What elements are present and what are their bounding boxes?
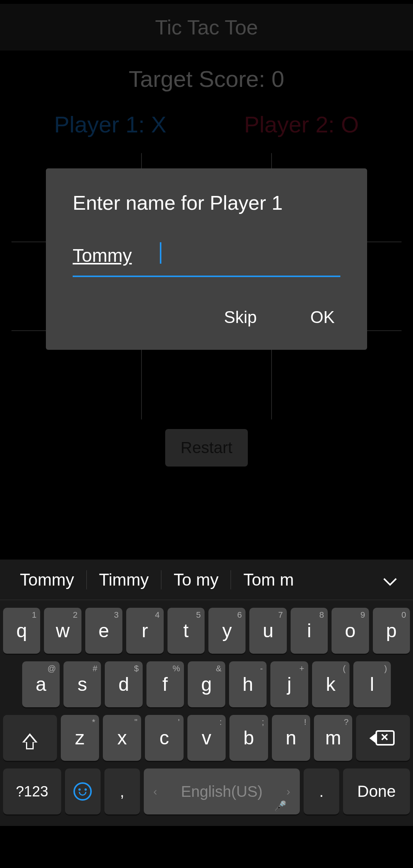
name-dialog: Enter name for Player 1 Skip OK <box>46 168 367 350</box>
key-t[interactable]: t5 <box>167 608 205 654</box>
done-key[interactable]: Done <box>343 768 410 814</box>
key-j[interactable]: j+ <box>270 661 308 707</box>
suggestion-item[interactable]: Tom m <box>231 570 300 589</box>
input-wrapper <box>73 241 340 277</box>
key-d[interactable]: d$ <box>105 661 142 707</box>
dialog-title: Enter name for Player 1 <box>73 191 340 214</box>
key-n[interactable]: n! <box>272 715 310 761</box>
key-k[interactable]: k( <box>312 661 350 707</box>
key-x[interactable]: x" <box>103 715 141 761</box>
comma-key[interactable]: , <box>104 768 140 814</box>
key-m[interactable]: m? <box>314 715 352 761</box>
key-l[interactable]: l) <box>353 661 391 707</box>
emoji-key[interactable] <box>65 768 101 814</box>
keyboard-area: Tommy Timmy To my Tom m q1w2e3r4t5y6u7i8… <box>0 560 413 868</box>
suggestion-item[interactable]: To my <box>161 570 231 589</box>
backspace-icon <box>376 730 395 746</box>
suggestion-item[interactable]: Timmy <box>87 570 161 589</box>
key-row-3: z*x"c'v:b;n!m? <box>3 715 410 761</box>
key-row-2: a@s#d$f%g&h-j+k(l) <box>3 661 410 707</box>
text-cursor <box>160 242 161 264</box>
key-p[interactable]: p0 <box>373 608 410 654</box>
key-row-4: ?123 , ‹ English(US) › 🎤 . Done <box>3 768 410 814</box>
shift-key[interactable] <box>3 715 57 761</box>
key-r[interactable]: r4 <box>126 608 163 654</box>
player-name-input[interactable] <box>73 241 340 277</box>
space-key[interactable]: ‹ English(US) › 🎤 <box>144 768 300 814</box>
key-f[interactable]: f% <box>146 661 184 707</box>
space-label: English(US) <box>181 783 262 800</box>
key-o[interactable]: o9 <box>332 608 369 654</box>
key-b[interactable]: b; <box>229 715 268 761</box>
key-y[interactable]: y6 <box>208 608 246 654</box>
backspace-key[interactable] <box>356 715 410 761</box>
key-a[interactable]: a@ <box>22 661 60 707</box>
keyboard: q1w2e3r4t5y6u7i8o9p0 a@s#d$f%g&h-j+k(l) … <box>0 600 413 826</box>
key-row-1: q1w2e3r4t5y6u7i8o9p0 <box>3 608 410 654</box>
chevron-left-icon: ‹ <box>153 785 157 798</box>
nav-bar <box>0 826 413 868</box>
key-z[interactable]: z* <box>61 715 99 761</box>
mic-icon: 🎤 <box>274 800 286 812</box>
key-v[interactable]: v: <box>187 715 226 761</box>
suggestion-item[interactable]: Tommy <box>8 570 86 589</box>
skip-button[interactable]: Skip <box>224 308 257 327</box>
ok-button[interactable]: OK <box>310 308 335 327</box>
period-key[interactable]: . <box>304 768 339 814</box>
symbols-key[interactable]: ?123 <box>3 768 61 814</box>
key-h[interactable]: h- <box>229 661 267 707</box>
key-u[interactable]: u7 <box>249 608 286 654</box>
key-e[interactable]: e3 <box>85 608 122 654</box>
key-w[interactable]: w2 <box>44 608 81 654</box>
key-c[interactable]: c' <box>145 715 183 761</box>
suggestion-bar: Tommy Timmy To my Tom m <box>0 560 413 600</box>
dialog-actions: Skip OK <box>73 308 340 334</box>
key-q[interactable]: q1 <box>3 608 40 654</box>
key-s[interactable]: s# <box>63 661 101 707</box>
chevron-down-icon[interactable] <box>375 569 405 591</box>
emoji-icon <box>73 782 92 801</box>
key-i[interactable]: i8 <box>291 608 328 654</box>
key-g[interactable]: g& <box>188 661 225 707</box>
chevron-right-icon: › <box>286 785 290 798</box>
